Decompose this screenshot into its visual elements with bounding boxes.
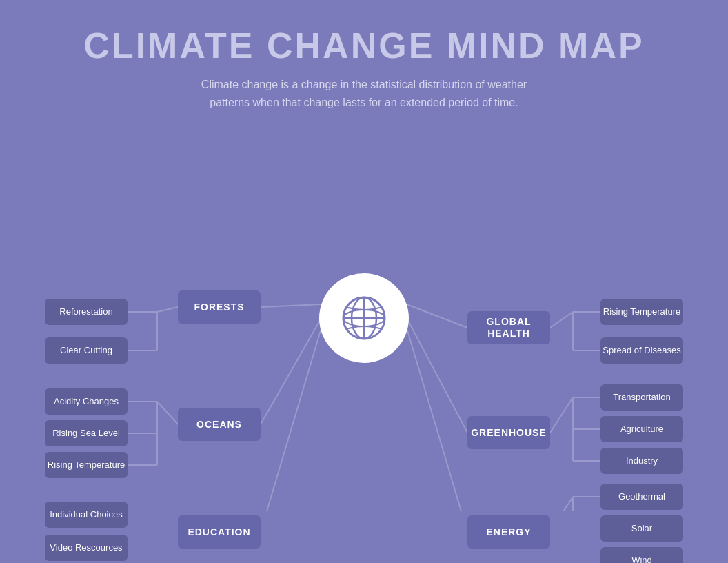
category-energy: ENERGY (467, 515, 550, 549)
leaf-rising-temp-global: Rising Temperature (600, 299, 683, 325)
svg-line-17 (407, 304, 467, 328)
svg-line-30 (550, 497, 573, 511)
svg-line-0 (261, 304, 321, 307)
svg-line-25 (550, 397, 573, 433)
category-forests: FORESTS (178, 290, 261, 324)
leaf-video-resources: Video Rescources (45, 535, 128, 561)
svg-line-4 (157, 307, 178, 312)
leaf-reforestation: Reforestation (45, 299, 128, 325)
category-greenhouse: GREENHOUSE (467, 416, 550, 449)
leaf-rising-sea-level: Rising Sea Level (45, 420, 128, 446)
leaf-geothermal: Geothermal (600, 484, 683, 510)
leaf-individual-choices: Individual Choices (45, 502, 128, 528)
leaf-solar: Solar (600, 515, 683, 542)
leaf-agriculture: Agriculture (600, 416, 683, 442)
category-education: EDUCATION (178, 515, 261, 549)
svg-line-21 (550, 312, 573, 328)
mind-map: FORESTS OCEANS EDUCATION Reforestation C… (12, 125, 716, 511)
svg-line-8 (157, 402, 178, 424)
category-oceans: OCEANS (178, 408, 261, 441)
globe-icon (319, 273, 409, 363)
svg-line-19 (407, 328, 467, 511)
svg-line-18 (407, 318, 467, 433)
svg-line-2 (261, 328, 321, 511)
leaf-industry: Industry (600, 448, 683, 474)
leaf-clear-cutting: Clear Cutting (45, 337, 128, 364)
leaf-rising-temp-oceans: Rising Temperature (45, 452, 128, 478)
svg-line-1 (261, 318, 321, 424)
leaf-spread-of-diseases: Spread of Diseases (600, 337, 683, 364)
page-title: CLIMATE CHANGE MIND MAP (83, 25, 644, 66)
leaf-transportation: Transportation (600, 384, 683, 411)
leaf-wind: Wind (600, 547, 683, 563)
category-global-health: GLOBAL HEALTH (467, 311, 550, 344)
leaf-acidity-changes: Acidity Changes (45, 388, 128, 415)
page-subtitle: Climate change is a change in the statis… (185, 76, 543, 111)
